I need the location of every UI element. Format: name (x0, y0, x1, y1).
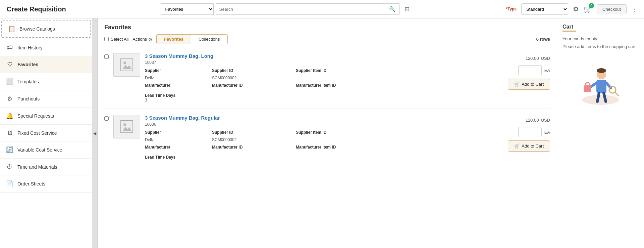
item-1-lead-time: Lead Time Days 3 (145, 93, 478, 102)
select-all-label: Select All (111, 37, 128, 42)
item-1-manufacturer-id-label: Manufacturer ID (212, 83, 296, 88)
more-options-button[interactable]: ⋮ (631, 5, 637, 13)
item-1-supplier-label: Supplier (145, 68, 212, 73)
item-2-manufacturer-item-id-label: Manufacturer Item ID (296, 145, 478, 150)
sidebar-item-browse-catalogs[interactable]: 📋 Browse Catalogs (1, 20, 91, 38)
sidebar-item-label: Variable Cost Service (17, 147, 62, 153)
filter-button[interactable]: ⊟ (402, 5, 412, 13)
svg-point-3 (123, 123, 126, 126)
item-1-price-currency: USD (541, 56, 550, 61)
header-right: *Type Standard Emergency ⚙ 🛒 0 Checkout … (506, 3, 637, 15)
sidebar-item-label: Browse Catalogs (19, 26, 55, 32)
sidebar-item-variable-cost-service[interactable]: 🔄 Variable Cost Service (0, 141, 92, 159)
item-1-lead-value: 3 (145, 98, 147, 102)
sidebar-item-favorites[interactable]: ♡ Favorites (0, 56, 92, 73)
cart-count-badge: 0 (589, 3, 594, 8)
type-select[interactable]: Standard Emergency (521, 3, 568, 15)
punchouts-icon: ⚙ (6, 95, 13, 102)
cart-empty-message: Your cart is empty. (562, 36, 639, 41)
sidebar-item-label: Templates (17, 79, 39, 84)
cart-button[interactable]: 🛒 0 (584, 5, 592, 13)
search-input[interactable] (219, 7, 388, 12)
item-1-image (113, 53, 140, 77)
item-1-actions: 120.00 USD EA 🛒 Add to Cart (483, 53, 550, 90)
checkout-button[interactable]: Checkout (597, 4, 627, 14)
add-to-cart-label: Add to Cart (522, 143, 544, 149)
item-1-supplier-id-label: Supplier ID (212, 68, 296, 73)
item-2-image (113, 115, 140, 138)
sidebar-item-time-and-materials[interactable]: ⏱ Time and Materials (0, 159, 92, 175)
fixed-cost-icon: 🖥 (6, 129, 13, 136)
item-2-checkbox[interactable] (104, 116, 109, 121)
sidebar-item-punchouts[interactable]: ⚙ Punchouts (0, 90, 92, 108)
sidebar-item-special-requests[interactable]: 🔔 Special Requests (0, 108, 92, 125)
item-2-supplier-value: Dellz (145, 137, 212, 142)
item-1-id: 10037 (145, 60, 478, 65)
sidebar-item-order-sheets[interactable]: 📄 Order Sheets (0, 175, 92, 193)
item-1-unit: EA (544, 68, 550, 73)
sidebar-item-label: Special Requests (17, 113, 54, 119)
item-1-name[interactable]: 3 Season Mummy Bag, Long (145, 53, 478, 59)
item-2-add-to-cart-button[interactable]: 🛒 Add to Cart (508, 140, 550, 152)
item-1-manufacturer-label: Manufacturer (145, 83, 212, 88)
item-2-supplier-item-id-label: Supplier Item ID (296, 130, 478, 135)
item-1-supplier-item-id-label: Supplier Item ID (296, 68, 478, 73)
variable-cost-icon: 🔄 (6, 146, 13, 154)
svg-line-14 (615, 92, 619, 96)
item-2-lead-time: Lead Time Days (145, 155, 478, 160)
svg-rect-0 (121, 59, 133, 71)
favorites-icon: ♡ (6, 61, 13, 68)
sidebar-item-label: Item History (17, 45, 43, 50)
table-row: 3 Season Mummy Bag, Regular 10036 Suppli… (104, 109, 550, 166)
item-2-price-currency: USD (541, 118, 550, 123)
item-1-supplier-value: Dellz (145, 76, 212, 80)
table-row: 3 Season Mummy Bag, Long 10037 Supplier … (104, 47, 550, 109)
main-section-title: Favorites (104, 24, 550, 31)
item-2-supplier-id-value: SCM0000002 (212, 137, 296, 142)
cart-empty-sub: Please add items to the shopping cart. (562, 44, 639, 49)
svg-rect-5 (596, 80, 606, 93)
main-toolbar: Select All Actions ⊙ Favorites Collectio… (104, 34, 550, 44)
main-content: Favorites Select All Actions ⊙ Favorites… (98, 18, 557, 248)
search-scope-select[interactable]: Favorites All Recent (160, 3, 214, 15)
sidebar-item-label: Order Sheets (17, 181, 45, 187)
item-2-qty-input[interactable] (518, 127, 542, 137)
search-submit-button[interactable]: 🔍 (388, 6, 397, 12)
sidebar-item-templates[interactable]: ⬜ Templates (0, 73, 92, 90)
favorites-tab[interactable]: Favorites (157, 35, 191, 44)
item-1-supplier-item-id-value (296, 76, 478, 80)
sidebar-item-fixed-cost-service[interactable]: 🖥 Fixed Cost Service (0, 125, 92, 141)
item-1-add-to-cart-button[interactable]: 🛒 Add to Cart (508, 79, 550, 90)
item-1-checkbox[interactable] (104, 54, 109, 59)
cart-title-underline (562, 31, 576, 32)
collections-tab[interactable]: Collections (191, 35, 227, 44)
item-1-meta: Supplier Supplier ID Supplier Item ID De… (145, 68, 478, 90)
cart-icon: 🛒 (514, 143, 520, 149)
item-1-price: 120.00 USD (526, 53, 550, 62)
sidebar-collapse-handle[interactable]: ◀ (92, 18, 98, 248)
item-2-name[interactable]: 3 Season Mummy Bag, Regular (145, 115, 478, 121)
item-2-actions: 120.00 USD EA 🛒 Add to Cart (483, 115, 550, 152)
cart-illustration (562, 61, 639, 105)
sidebar-item-item-history[interactable]: 🏷 Item History (0, 39, 92, 56)
page-title: Create Requisition (7, 5, 66, 13)
item-2-details: 3 Season Mummy Bag, Regular 10036 Suppli… (145, 115, 478, 160)
collapse-icon: ◀ (93, 131, 96, 136)
item-1-qty-input[interactable] (518, 65, 542, 75)
item-2-manufacturer-id-label: Manufacturer ID (212, 145, 296, 150)
order-sheets-icon: 📄 (6, 180, 13, 188)
select-all-wrap: Select All (104, 37, 128, 42)
settings-button[interactable]: ⚙ (573, 5, 579, 13)
sidebar: 📋 Browse Catalogs 🏷 Item History ♡ Favor… (0, 18, 92, 248)
actions-button[interactable]: Actions ⊙ (132, 37, 152, 42)
main-layout: 📋 Browse Catalogs 🏷 Item History ♡ Favor… (0, 18, 644, 248)
actions-icon: ⊙ (148, 37, 152, 42)
sidebar-item-label: Fixed Cost Service (17, 130, 57, 136)
sidebar-item-label: Punchouts (17, 96, 40, 101)
item-2-qty-wrap: EA (518, 127, 550, 137)
time-materials-icon: ⏱ (6, 163, 13, 170)
special-requests-icon: 🔔 (6, 112, 13, 120)
svg-point-7 (597, 68, 606, 73)
search-area: Favorites All Recent 🔍 ⊟ (160, 3, 412, 15)
select-all-checkbox[interactable] (104, 37, 109, 41)
